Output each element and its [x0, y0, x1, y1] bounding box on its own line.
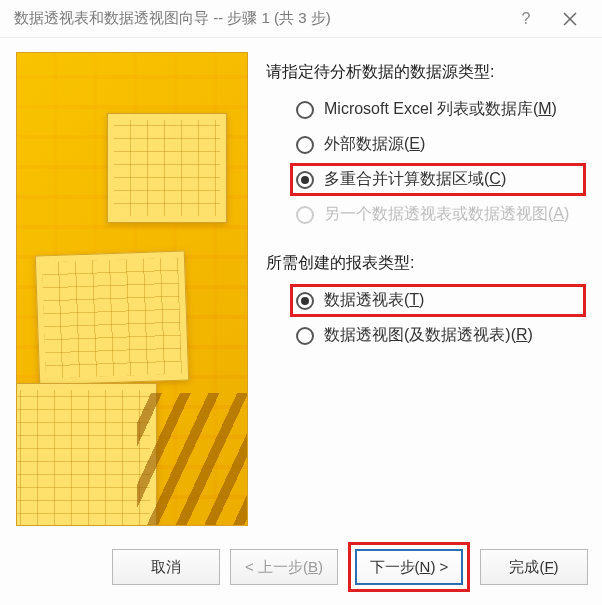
- radio-label: Microsoft Excel 列表或数据库(M): [324, 99, 557, 120]
- radio-label: 外部数据源(E): [324, 134, 425, 155]
- help-button[interactable]: ?: [504, 4, 548, 34]
- back-button: < 上一步(B): [230, 549, 338, 585]
- radio-label: 另一个数据透视表或数据透视图(A): [324, 204, 569, 225]
- button-label: < 上一步(B): [245, 558, 323, 577]
- radio-pivot-chart[interactable]: 数据透视图(及数据透视表)(R): [290, 319, 586, 352]
- button-label: 取消: [151, 558, 181, 577]
- radio-icon: [296, 101, 314, 119]
- radio-icon: [296, 136, 314, 154]
- wizard-graphic: [16, 52, 248, 526]
- button-label: 下一步(N) >: [370, 558, 449, 577]
- radio-label: 多重合并计算数据区域(C): [324, 169, 506, 190]
- close-icon: [563, 12, 577, 26]
- source-type-label: 请指定待分析数据的数据源类型:: [266, 62, 586, 83]
- titlebar: 数据透视表和数据透视图向导 -- 步骤 1 (共 3 步) ?: [0, 0, 602, 38]
- report-type-group: 数据透视表(T) 数据透视图(及数据透视表)(R): [266, 284, 586, 352]
- radio-icon: [296, 292, 314, 310]
- button-label: 完成(F): [509, 558, 558, 577]
- radio-external-source[interactable]: 外部数据源(E): [290, 128, 586, 161]
- radio-multiple-consolidation[interactable]: 多重合并计算数据区域(C): [290, 163, 586, 196]
- window-title: 数据透视表和数据透视图向导 -- 步骤 1 (共 3 步): [14, 9, 504, 28]
- radio-icon: [296, 206, 314, 224]
- report-type-label: 所需创建的报表类型:: [266, 253, 586, 274]
- radio-label: 数据透视表(T): [324, 290, 424, 311]
- wizard-dialog: 数据透视表和数据透视图向导 -- 步骤 1 (共 3 步) ? 请指定待分析数据…: [0, 0, 602, 605]
- dialog-body: 请指定待分析数据的数据源类型: Microsoft Excel 列表或数据库(M…: [0, 38, 602, 541]
- finish-button[interactable]: 完成(F): [480, 549, 588, 585]
- content-panel: 请指定待分析数据的数据源类型: Microsoft Excel 列表或数据库(M…: [266, 52, 586, 533]
- source-type-group: Microsoft Excel 列表或数据库(M) 外部数据源(E) 多重合并计…: [266, 93, 586, 231]
- cancel-button[interactable]: 取消: [112, 549, 220, 585]
- radio-another-pivot: 另一个数据透视表或数据透视图(A): [290, 198, 586, 231]
- next-button[interactable]: 下一步(N) >: [355, 549, 463, 585]
- radio-icon: [296, 171, 314, 189]
- radio-icon: [296, 327, 314, 345]
- button-bar: 取消 < 上一步(B) 下一步(N) > 完成(F): [0, 541, 602, 605]
- radio-label: 数据透视图(及数据透视表)(R): [324, 325, 533, 346]
- radio-excel-list[interactable]: Microsoft Excel 列表或数据库(M): [290, 93, 586, 126]
- radio-pivot-table[interactable]: 数据透视表(T): [290, 284, 586, 317]
- close-button[interactable]: [548, 4, 592, 34]
- next-highlight: 下一步(N) >: [348, 542, 470, 592]
